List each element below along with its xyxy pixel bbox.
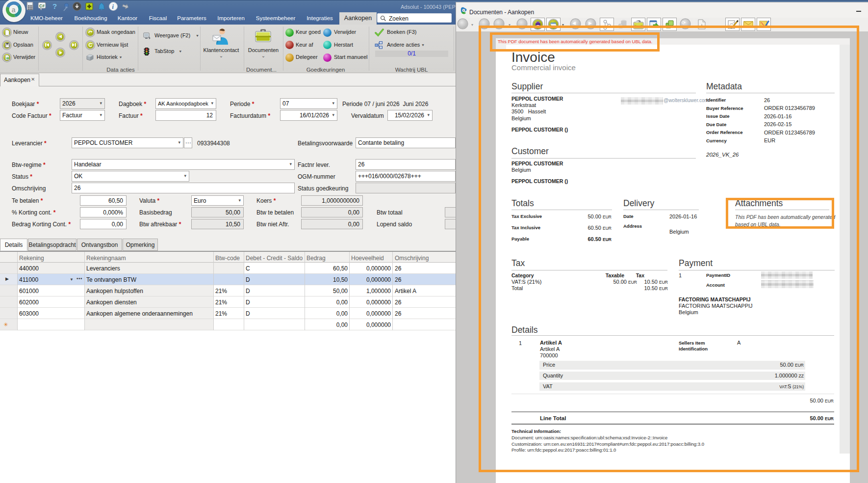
- svg-text:C#: C#: [39, 3, 45, 8]
- svg-text:a: a: [12, 6, 16, 14]
- svg-text:?: ?: [52, 2, 57, 10]
